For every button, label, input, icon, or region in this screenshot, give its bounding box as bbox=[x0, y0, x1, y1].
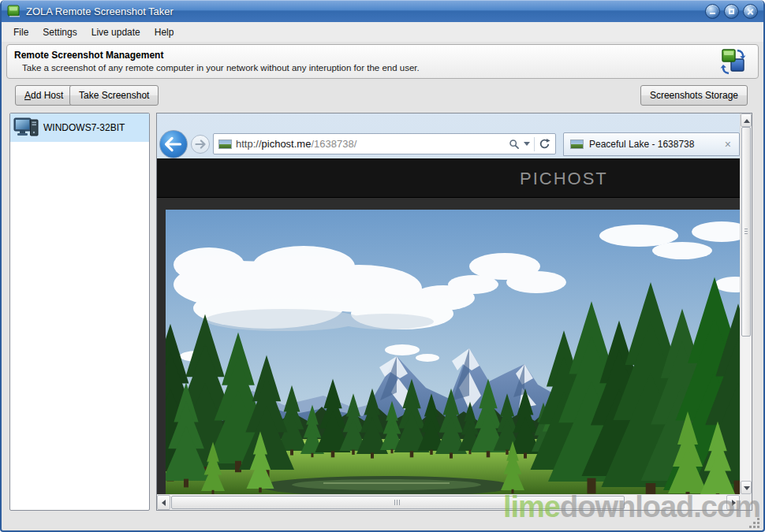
horizontal-scrollbar[interactable] bbox=[157, 494, 740, 510]
back-button bbox=[159, 130, 188, 158]
url-text: http://pichost.me/1638738/ bbox=[236, 138, 505, 150]
scroll-up-button[interactable] bbox=[741, 113, 752, 127]
thumb-grip-icon bbox=[394, 500, 401, 505]
scroll-right-button[interactable] bbox=[726, 495, 740, 510]
menu-settings[interactable]: Settings bbox=[35, 24, 84, 41]
page-title: Remote Screenshot Management bbox=[14, 50, 758, 61]
computer-icon bbox=[13, 117, 39, 139]
forward-button bbox=[191, 135, 210, 154]
site-logo: PICHOST bbox=[520, 169, 608, 189]
minimize-icon bbox=[710, 13, 715, 14]
menu-help[interactable]: Help bbox=[147, 24, 181, 41]
search-icon bbox=[509, 139, 520, 150]
arrow-left-icon bbox=[162, 500, 166, 506]
thumb-grip-icon bbox=[744, 229, 748, 234]
minimize-button[interactable] bbox=[705, 4, 720, 19]
landscape-photo bbox=[166, 210, 740, 494]
horizontal-scrollbar-thumb[interactable] bbox=[171, 496, 625, 509]
maximize-button[interactable] bbox=[724, 4, 739, 19]
screenshots-storage-button[interactable]: Screenshots Storage bbox=[640, 85, 748, 106]
menu-live-update[interactable]: Live update bbox=[84, 24, 147, 41]
title-bar: ZOLA Remote Screenshot Taker bbox=[2, 0, 763, 22]
arrow-up-icon bbox=[744, 119, 750, 123]
take-screenshot-button[interactable]: Take Screenshot bbox=[69, 85, 159, 106]
scroll-down-button[interactable] bbox=[741, 481, 752, 494]
resize-grip-icon[interactable] bbox=[749, 518, 760, 528]
menu-bar: File Settings Live update Help bbox=[2, 22, 763, 42]
scrollbar-corner bbox=[740, 494, 752, 510]
vertical-scrollbar-thumb[interactable] bbox=[741, 127, 751, 337]
refresh-icon bbox=[539, 138, 550, 150]
back-arrow-icon bbox=[160, 131, 187, 158]
forward-arrow-icon bbox=[192, 136, 209, 153]
header-panel: Remote Screenshot Management Take a scre… bbox=[6, 44, 759, 79]
close-button[interactable] bbox=[743, 4, 758, 19]
browser-tab: Peaceful Lake - 1638738 × bbox=[563, 132, 740, 156]
window-title: ZOLA Remote Screenshot Taker bbox=[26, 6, 174, 17]
scroll-left-button[interactable] bbox=[157, 495, 170, 510]
app-icon bbox=[7, 5, 21, 17]
tab-close-icon: × bbox=[723, 138, 733, 151]
arrow-down-icon bbox=[744, 486, 750, 490]
maximize-icon bbox=[729, 9, 734, 14]
tab-favicon bbox=[570, 140, 584, 149]
app-window: ZOLA Remote Screenshot Taker File Settin… bbox=[0, 0, 765, 532]
remote-screenshot-image: http://pichost.me/1638738/ Peace bbox=[157, 113, 740, 494]
site-header-bar: PICHOST bbox=[157, 158, 740, 198]
sync-screens-icon bbox=[718, 48, 748, 76]
tab-title: Peaceful Lake - 1638738 bbox=[589, 139, 718, 150]
page-subtitle: Take a screenshot of any remote computer… bbox=[22, 63, 758, 73]
address-favicon bbox=[218, 140, 232, 149]
window-controls bbox=[705, 4, 758, 19]
add-host-button[interactable]: Add Host bbox=[15, 85, 73, 106]
remote-screenshot-viewer: http://pichost.me/1638738/ Peace bbox=[156, 113, 752, 511]
search-dropdown-caret-icon bbox=[524, 142, 530, 146]
host-list: WINDOWS7-32BIT bbox=[9, 113, 150, 511]
host-list-item-selected[interactable]: WINDOWS7-32BIT bbox=[10, 113, 149, 142]
host-name: WINDOWS7-32BIT bbox=[43, 122, 125, 133]
arrow-right-icon bbox=[732, 500, 736, 506]
menu-file[interactable]: File bbox=[6, 24, 35, 41]
vertical-scrollbar[interactable] bbox=[740, 113, 752, 494]
address-bar: http://pichost.me/1638738/ bbox=[213, 133, 556, 154]
